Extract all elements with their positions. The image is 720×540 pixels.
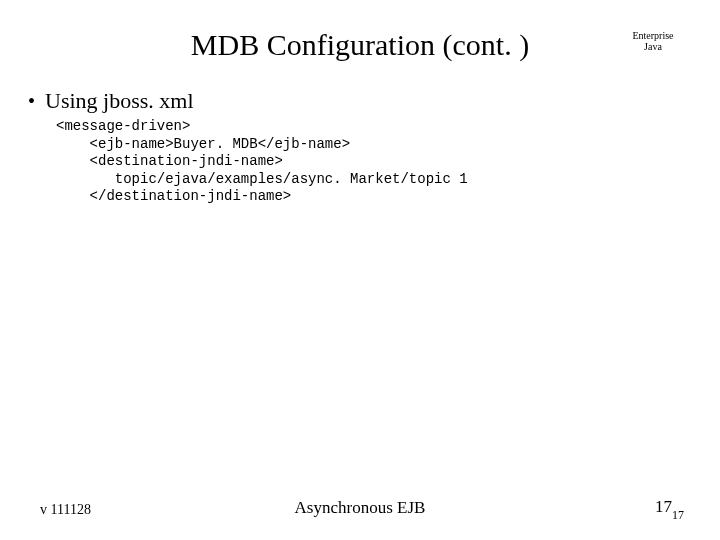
corner-label-line2: Java: [628, 41, 678, 52]
footer-page-number: 1717: [655, 497, 684, 520]
code-block: <message-driven> <ejb-name>Buyer. MDB</e…: [56, 118, 468, 206]
page-number-main: 17: [655, 497, 672, 516]
slide: MDB Configuration (cont. ) Enterprise Ja…: [0, 0, 720, 540]
slide-title: MDB Configuration (cont. ): [0, 28, 720, 62]
corner-label-line1: Enterprise: [628, 30, 678, 41]
bullet-item: • Using jboss. xml: [28, 88, 194, 114]
footer-title: Asynchronous EJB: [0, 498, 720, 518]
bullet-text: Using jboss. xml: [45, 88, 194, 114]
corner-label: Enterprise Java: [628, 30, 678, 52]
page-number-sub: 17: [672, 508, 684, 522]
bullet-dot-icon: •: [28, 91, 35, 111]
